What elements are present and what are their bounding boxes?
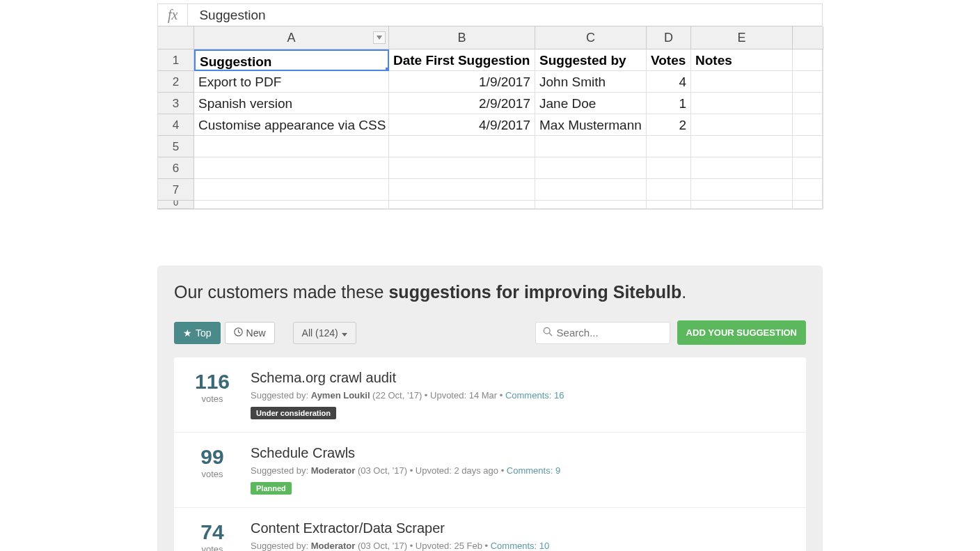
search-box[interactable] (535, 322, 670, 344)
row-header-2[interactable]: 2 (158, 71, 194, 93)
cell-d2[interactable]: 4 (647, 71, 691, 93)
row-header-5[interactable]: 5 (158, 136, 194, 157)
cell-a6[interactable] (194, 157, 389, 179)
filter-dropdown[interactable]: All (124) (293, 322, 356, 344)
cell-c3[interactable]: Jane Doe (535, 93, 647, 114)
cell-c1[interactable]: Suggested by (535, 49, 647, 71)
vote-count[interactable]: 74 votes (174, 520, 251, 551)
suggestion-title[interactable]: Schedule Crawls (251, 445, 792, 461)
status-badge: Planned (251, 482, 292, 495)
row-header-8[interactable]: 0 (158, 201, 194, 209)
search-icon (543, 327, 557, 339)
vote-count[interactable]: 99 votes (174, 445, 251, 495)
cell-e4[interactable] (691, 114, 793, 136)
suggestion-meta: Suggested by: Aymen Loukil (22 Oct, '17)… (251, 390, 792, 401)
cell-d4[interactable]: 2 (647, 114, 691, 136)
cell-a7[interactable] (194, 179, 389, 201)
col-header-e[interactable]: E (691, 26, 793, 49)
comments-link[interactable]: Comments: 9 (507, 465, 560, 476)
cell-c4[interactable]: Max Mustermann (535, 114, 647, 136)
suggestion-card[interactable]: 74 votes Content Extractor/Data Scraper … (174, 508, 806, 551)
cell-a5[interactable] (194, 136, 389, 157)
formula-bar: fx Suggestion (158, 4, 822, 26)
add-suggestion-button[interactable]: ADD YOUR SUGGESTION (677, 320, 806, 345)
star-icon: ★ (183, 327, 192, 339)
fx-icon: fx (158, 4, 188, 26)
comments-link[interactable]: Comments: 16 (505, 390, 564, 401)
col-header-c[interactable]: C (535, 26, 647, 49)
select-all-corner[interactable] (158, 26, 194, 49)
cell-f1[interactable] (793, 49, 823, 71)
vote-count[interactable]: 116 votes (174, 370, 251, 419)
cell-d1[interactable]: Votes (647, 49, 691, 71)
spreadsheet: fx Suggestion A B C D E 1 Suggestion Dat… (157, 3, 823, 210)
status-badge: Under consideration (251, 407, 336, 419)
formula-value[interactable]: Suggestion (188, 8, 276, 23)
svg-point-1 (544, 327, 550, 334)
cell-a3[interactable]: Spanish version (194, 93, 389, 114)
cell-f3[interactable] (793, 93, 823, 114)
suggestion-card[interactable]: 99 votes Schedule Crawls Suggested by: M… (174, 433, 806, 508)
svg-line-2 (549, 333, 552, 336)
col-header-b[interactable]: B (389, 26, 535, 49)
cell-a2[interactable]: Export to PDF (194, 71, 389, 93)
cell-d3[interactable]: 1 (647, 93, 691, 114)
col-header-a[interactable]: A (194, 26, 389, 49)
cell-c2[interactable]: John Smith (535, 71, 647, 93)
col-header-d[interactable]: D (647, 26, 691, 49)
row-header-4[interactable]: 4 (158, 114, 194, 136)
cell-b3[interactable]: 2/9/2017 (389, 93, 535, 114)
sort-top-button[interactable]: ★ Top (174, 322, 221, 344)
comments-link[interactable]: Comments: 10 (491, 541, 550, 551)
suggestion-card[interactable]: 116 votes Schema.org crawl audit Suggest… (174, 357, 806, 433)
row-header-6[interactable]: 6 (158, 157, 194, 179)
cell-a1[interactable]: Suggestion (194, 49, 389, 71)
suggestion-title[interactable]: Content Extractor/Data Scraper (251, 520, 792, 536)
suggestion-meta: Suggested by: Moderator (03 Oct, '17) • … (251, 541, 792, 551)
panel-heading: Our customers made these suggestions for… (174, 282, 806, 302)
clock-icon (234, 327, 243, 339)
row-header-1[interactable]: 1 (158, 49, 194, 71)
col-header-extra[interactable] (793, 26, 823, 49)
cell-a4[interactable]: Customise appearance via CSS (194, 114, 389, 136)
suggestion-meta: Suggested by: Moderator (03 Oct, '17) • … (251, 465, 792, 476)
caret-down-icon (342, 327, 347, 339)
toolbar: ★ Top New All (124) ADD YOUR SUGGESTION (174, 320, 806, 345)
cell-b1[interactable]: Date First Suggestion (389, 49, 535, 71)
suggestion-list: 116 votes Schema.org crawl audit Suggest… (174, 357, 806, 551)
row-header-3[interactable]: 3 (158, 93, 194, 114)
cell-f2[interactable] (793, 71, 823, 93)
cell-b2[interactable]: 1/9/2017 (389, 71, 535, 93)
cell-b4[interactable]: 4/9/2017 (389, 114, 535, 136)
search-input[interactable] (557, 327, 663, 339)
suggestions-panel: Our customers made these suggestions for… (157, 265, 823, 551)
suggestion-title[interactable]: Schema.org crawl audit (251, 370, 792, 386)
cell-e3[interactable] (691, 93, 793, 114)
row-header-7[interactable]: 7 (158, 179, 194, 201)
sort-new-button[interactable]: New (225, 322, 275, 344)
column-filter-dropdown[interactable] (373, 31, 386, 44)
sheet-grid: A B C D E 1 Suggestion Date First Sugges… (158, 26, 822, 209)
cell-e2[interactable] (691, 71, 793, 93)
cell-f4[interactable] (793, 114, 823, 136)
cell-e1[interactable]: Notes (691, 49, 793, 71)
